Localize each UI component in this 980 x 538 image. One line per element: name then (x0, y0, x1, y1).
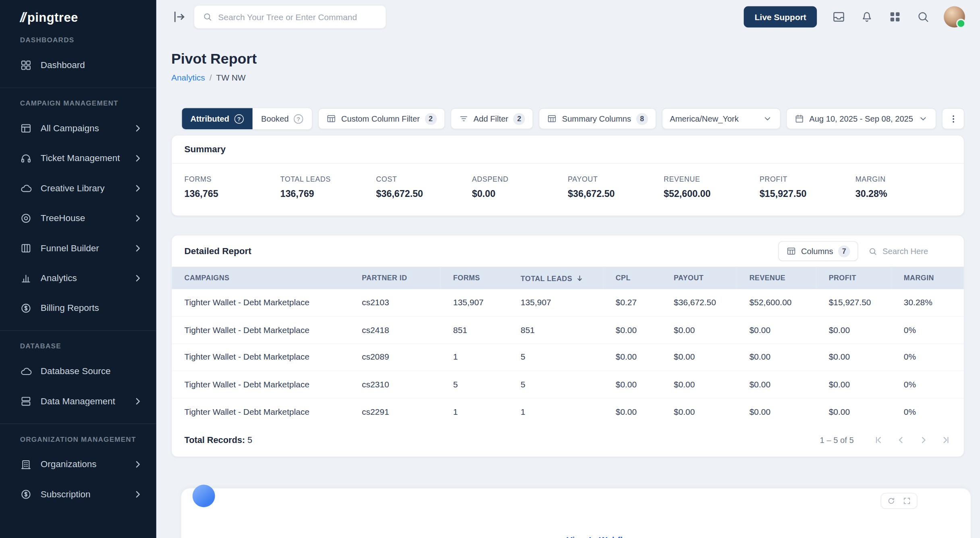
columns-button-label: Columns (801, 246, 833, 256)
column-header-label: CAMPAIGNS (185, 274, 230, 282)
sidebar-item-data-management[interactable]: Data Management (0, 386, 156, 416)
table-cell: $0.00 (737, 398, 816, 425)
breadcrumb-link-analytics[interactable]: Analytics (171, 73, 205, 82)
attributed-tab[interactable]: Attributed (182, 108, 252, 129)
live-support-button[interactable]: Live Support (744, 6, 817, 28)
sidebar-item-treehouse[interactable]: TreeHouse (0, 203, 156, 233)
stat-label: MARGIN (855, 176, 951, 183)
sidebar-collapse-icon[interactable] (171, 9, 187, 25)
next-page-icon[interactable] (918, 435, 928, 445)
sidebar-item-ticket-management[interactable]: Ticket Management (0, 143, 156, 173)
add-filter-button[interactable]: Add Filter 2 (451, 108, 534, 129)
table-cell: $0.00 (603, 398, 661, 425)
table-cell: $0.00 (737, 371, 816, 398)
topbar: Live Support (156, 0, 980, 34)
table-icon (547, 114, 557, 124)
table-cell: cs2418 (349, 317, 440, 343)
table-row: Tighter Wallet - Debt Marketplacecs20891… (172, 343, 965, 370)
date-range-picker[interactable]: Aug 10, 2025 - Sep 08, 2025 (786, 108, 936, 129)
target-icon (20, 212, 32, 224)
stat-label: FORMS (185, 176, 280, 183)
app-root: // pingtree DASHBOARDSDashboardCAMPAIGN … (0, 0, 980, 538)
column-header-profit[interactable]: PROFIT (816, 267, 891, 289)
user-avatar[interactable] (944, 6, 965, 28)
sidebar-item-label: Funnel Builder (41, 243, 123, 253)
refresh-icon[interactable] (887, 496, 896, 505)
sidebar-item-dashboard[interactable]: Dashboard (0, 50, 156, 80)
report-tools: Columns 7 (778, 241, 951, 261)
sidebar-item-label: Creative Library (41, 183, 123, 193)
stat-label: ADSPEND (472, 176, 568, 183)
bell-icon[interactable] (860, 10, 874, 24)
table-footer: Total Records: 5 1 – 5 of 5 (172, 425, 964, 456)
expand-icon[interactable] (903, 496, 911, 505)
sidebar-item-label: Database Source (41, 366, 144, 376)
global-search[interactable] (194, 5, 386, 29)
table-cell: Tighter Wallet - Debt Marketplace (172, 343, 349, 370)
sidebar-item-analytics[interactable]: Analytics (0, 263, 156, 293)
view-in-webflows-link[interactable]: View In Webflows (567, 535, 652, 538)
sidebar-item-billing-reports[interactable]: Billing Reports (0, 293, 156, 323)
columns-button-badge: 7 (838, 245, 850, 257)
help-icon[interactable] (234, 114, 243, 123)
previous-page-icon[interactable] (896, 435, 906, 445)
stat-value: $0.00 (472, 188, 568, 199)
column-header-partner-id[interactable]: PARTNER ID (349, 267, 440, 289)
global-search-input[interactable] (218, 12, 378, 21)
sidebar: // pingtree DASHBOARDSDashboardCAMPAIGN … (0, 0, 156, 538)
custom-column-filter-button[interactable]: Custom Column Filter 2 (318, 108, 444, 129)
summary-stat-profit: PROFIT$15,927.50 (760, 176, 855, 199)
table-cell: 851 (440, 317, 508, 343)
column-header-cpl[interactable]: CPL (603, 267, 661, 289)
apps-icon[interactable] (888, 10, 902, 24)
columns-button[interactable]: Columns 7 (778, 241, 858, 261)
sidebar-item-label: TreeHouse (41, 213, 123, 223)
report-title: Detailed Report (185, 241, 251, 261)
table-cell: 1 (508, 398, 603, 425)
search-icon[interactable] (916, 10, 930, 24)
more-options-button[interactable] (942, 108, 964, 129)
sidebar-item-all-campaigns[interactable]: All Campaigns (0, 113, 156, 143)
column-header-margin[interactable]: MARGIN (891, 267, 964, 289)
sidebar-item-subscription[interactable]: Subscription (0, 479, 156, 509)
attribution-toggle: Attributed Booked (181, 108, 312, 130)
timezone-select[interactable]: America/New_York (662, 108, 781, 129)
custom-column-filter-badge: 2 (425, 113, 436, 124)
brand-logo[interactable]: // pingtree (0, 0, 156, 27)
breadcrumb-current: TW NW (216, 73, 245, 82)
sidebar-item-creative-library[interactable]: Creative Library (0, 173, 156, 203)
help-icon[interactable] (294, 114, 303, 123)
attributed-tab-label: Attributed (191, 114, 229, 123)
summary-stat-margin: MARGIN30.28% (855, 176, 951, 199)
sidebar-item-database-source[interactable]: Database Source (0, 356, 156, 386)
table-search[interactable] (866, 246, 951, 256)
sidebar-section-label: DASHBOARDS (0, 36, 156, 44)
chat-widget-bubble[interactable] (193, 484, 215, 507)
column-header-payout[interactable]: PAYOUT (661, 267, 737, 289)
table-cell: 135,907 (440, 289, 508, 316)
column-header-label: MARGIN (904, 274, 934, 282)
page-content: Pivot Report Analytics / TW NW Attribute… (156, 34, 980, 538)
custom-column-filter-label: Custom Column Filter (341, 114, 420, 123)
column-header-revenue[interactable]: REVENUE (737, 267, 816, 289)
sidebar-item-organizations[interactable]: Organizations (0, 449, 156, 479)
table-cell: $0.00 (661, 343, 737, 370)
column-header-forms[interactable]: FORMS (440, 267, 508, 289)
summary-columns-button[interactable]: Summary Columns 8 (539, 108, 656, 129)
column-header-campaigns[interactable]: CAMPAIGNS (172, 267, 349, 289)
brand-name: pingtree (27, 10, 78, 25)
table-cell: 0% (891, 343, 964, 370)
table-search-input[interactable] (882, 246, 949, 256)
first-page-icon[interactable] (873, 435, 884, 445)
table-icon (786, 246, 796, 256)
sidebar-item-funnel-builder[interactable]: Funnel Builder (0, 233, 156, 263)
embedded-panel: View In Webflows (181, 488, 971, 538)
column-header-label: PAYOUT (674, 274, 704, 282)
inbox-icon[interactable] (832, 10, 845, 24)
last-page-icon[interactable] (941, 435, 951, 445)
booked-tab[interactable]: Booked (252, 108, 311, 129)
column-header-total-leads[interactable]: TOTAL LEADS (508, 267, 603, 289)
table-cell: 0% (891, 398, 964, 425)
chevron-right-icon (132, 272, 143, 283)
stat-label: PROFIT (760, 176, 855, 183)
